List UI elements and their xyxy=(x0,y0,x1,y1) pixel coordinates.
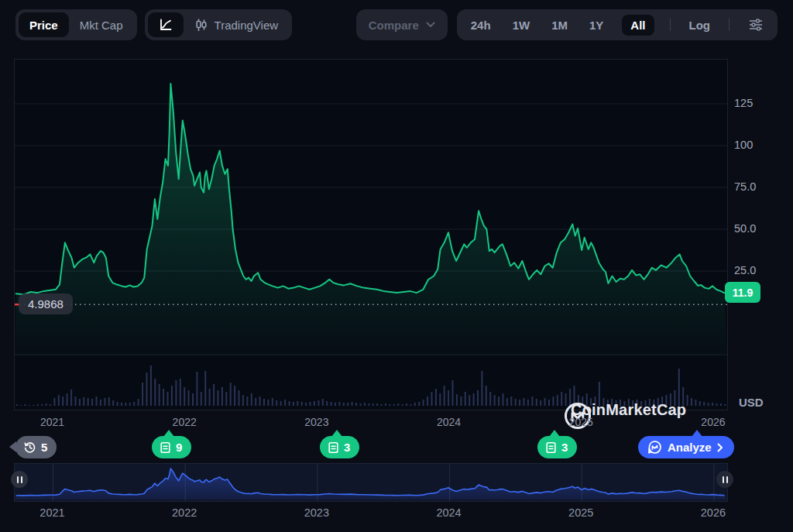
y-axis-label: 50.0 xyxy=(734,222,756,235)
news-article-icon xyxy=(328,441,339,454)
x-axis-label: 2021 xyxy=(40,416,64,428)
line-chart-mode-button[interactable] xyxy=(148,12,184,37)
navigator-year-label: 2024 xyxy=(436,506,461,519)
main-price-chart[interactable]: CoinMarketCap xyxy=(14,59,728,410)
news-article-icon xyxy=(160,441,171,454)
price-line xyxy=(16,84,725,294)
range-1y-button[interactable]: 1Y xyxy=(586,15,606,36)
news-badge-2022[interactable]: 9 xyxy=(152,436,191,458)
y-axis-label: 125 xyxy=(734,97,753,109)
chevron-right-icon xyxy=(717,443,723,452)
mktcap-tab[interactable]: Mkt Cap xyxy=(69,12,134,37)
range-24h-button[interactable]: 24h xyxy=(468,15,494,36)
navigator-year-label: 2026 xyxy=(701,506,726,519)
history-events-badge[interactable]: 5 xyxy=(15,436,57,458)
baseline-price-label: 4.9868 xyxy=(19,293,73,314)
news-count: 9 xyxy=(176,441,182,454)
tradingview-label: TradingView xyxy=(215,19,279,32)
badge-pointer xyxy=(692,430,702,437)
price-tab[interactable]: Price xyxy=(19,12,69,37)
news-article-icon xyxy=(545,441,557,454)
handle-grip xyxy=(17,476,19,483)
currency-unit-label: USD xyxy=(739,396,764,409)
chart-type-toggle-group: TradingView xyxy=(145,9,293,40)
volume-bars xyxy=(16,366,726,406)
badge-pointer xyxy=(163,430,174,437)
history-count: 5 xyxy=(41,441,47,454)
sliders-icon xyxy=(748,18,764,32)
compare-label: Compare xyxy=(369,19,419,32)
candlestick-icon xyxy=(194,18,208,33)
navigator-canvas xyxy=(15,464,727,501)
navigator-year-label: 2023 xyxy=(304,506,329,519)
handle-grip xyxy=(726,476,728,483)
current-price-badge: 11.9 xyxy=(725,282,760,303)
badge-pointer xyxy=(549,430,560,437)
navigator-year-label: 2021 xyxy=(39,506,64,519)
news-badge-2025[interactable]: 3 xyxy=(537,436,577,458)
history-icon xyxy=(23,441,36,454)
y-axis-label: 75.0 xyxy=(734,180,756,193)
chart-settings-button[interactable] xyxy=(745,14,767,36)
compare-button[interactable]: Compare xyxy=(356,9,448,40)
navigator-right-handle[interactable] xyxy=(716,471,733,488)
news-count: 3 xyxy=(561,441,568,454)
x-axis-label: 2024 xyxy=(437,416,461,428)
analyze-label: Analyze xyxy=(668,441,712,454)
cmc-chat-logo-icon xyxy=(647,440,662,455)
range-navigator[interactable] xyxy=(14,463,728,502)
y-axis-label: 100 xyxy=(734,139,753,151)
range-all-button[interactable]: All xyxy=(622,15,654,36)
time-range-group: 24h 1W 1M 1Y All Log xyxy=(457,9,778,40)
range-1m-button[interactable]: 1M xyxy=(548,15,571,36)
divider xyxy=(670,19,671,31)
tradingview-mode-button[interactable]: TradingView xyxy=(184,12,290,37)
x-axis-label: 2022 xyxy=(173,416,197,428)
line-chart-icon xyxy=(158,17,173,33)
chevron-down-icon xyxy=(426,22,435,28)
range-1w-button[interactable]: 1W xyxy=(510,15,534,36)
navigator-year-label: 2025 xyxy=(568,506,593,519)
price-chart-page: Price Mkt Cap xyxy=(0,0,793,532)
handle-grip xyxy=(21,476,22,483)
x-axis-label: 2026 xyxy=(701,416,725,428)
divider xyxy=(729,19,729,31)
navigator-line xyxy=(16,469,725,496)
news-count: 3 xyxy=(344,441,350,454)
price-area-fill xyxy=(15,84,727,355)
analyze-button[interactable]: Analyze xyxy=(638,436,734,458)
log-scale-button[interactable]: Log xyxy=(686,15,714,36)
chart-toolbar: Price Mkt Cap xyxy=(0,9,793,40)
x-axis-label: 2023 xyxy=(304,416,328,428)
metric-toggle-group: Price Mkt Cap xyxy=(15,9,137,40)
badge-pointer xyxy=(331,430,342,437)
badge-left-pointer xyxy=(9,441,16,452)
y-axis-label: 25.0 xyxy=(734,264,756,276)
navigator-year-label: 2022 xyxy=(172,506,197,519)
news-badge-2023[interactable]: 3 xyxy=(320,436,359,458)
price-chart-canvas xyxy=(15,60,727,410)
handle-grip xyxy=(723,476,724,483)
x-axis-label: 2025 xyxy=(569,416,593,428)
navigator-left-handle[interactable] xyxy=(11,471,28,488)
